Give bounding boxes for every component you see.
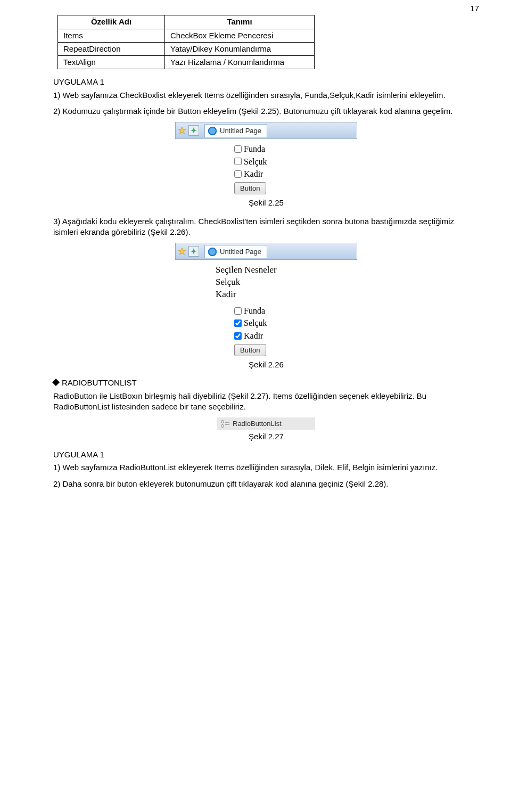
section-heading: UYGULAMA 1 [53,449,479,460]
list-item: Funda [234,305,298,317]
list-item: Kadir [234,168,298,180]
output-text: Seçilen Nesneler Selçuk Kadir [216,264,317,301]
paragraph: 1) Web sayfamıza CheckBoxlist ekleyerek … [53,90,479,101]
checkbox-label: Kadir [244,168,263,180]
browser-tab-bar: ✦ Untitled Page [175,122,357,139]
figure-caption: Şekil 2.26 [53,359,479,370]
browser-tab-label: Untitled Page [220,126,261,136]
svg-marker-0 [178,127,185,134]
radiobuttonlist-icon [221,420,229,428]
paragraph: RadioButton ile ListBoxın birleşmiş hali… [53,391,479,413]
ie-icon [208,127,217,135]
add-tab-icon: ✦ [188,125,199,136]
figure-caption: Şekil 2.27 [53,431,479,442]
output-line: Kadir [216,289,317,301]
browser-tab-bar: ✦ Untitled Page [175,243,357,260]
output-line: Seçilen Nesneler [216,264,317,276]
toolbox-item: RadioButtonList [217,417,315,430]
favorites-star-icon [178,126,186,135]
list-item: Selçuk [234,317,298,329]
list-item: Funda [234,143,298,155]
checkbox-item[interactable] [234,145,242,153]
checkbox-item[interactable] [234,332,242,340]
ie-icon [208,248,217,256]
section-heading: UYGULAMA 1 [53,77,479,87]
list-item: Selçuk [234,156,298,168]
table-cell: CheckBox Ekleme Penceresi [165,29,315,42]
svg-marker-1 [178,248,185,255]
browser-tab-label: Untitled Page [220,247,261,257]
checkbox-label: Kadir [244,330,263,342]
add-tab-icon: ✦ [188,246,199,257]
checkbox-label: Funda [244,305,265,317]
checkbox-label: Funda [244,143,265,155]
table-header: Tanımı [165,15,315,29]
toolbox-item-label: RadioButtonList [233,419,282,429]
table-header: Özellik Adı [58,15,165,29]
checkbox-label: Selçuk [244,156,267,168]
subsection-title: RADIOBUTTONLIST [62,378,137,388]
table-cell: RepeatDirection [58,42,165,55]
browser-tab: Untitled Page [204,245,267,258]
browser-tab: Untitled Page [204,124,267,137]
checkbox-list: Funda Selçuk Kadir Button [234,305,298,356]
paragraph: 1) Web sayfamıza RadioButtonList ekleyer… [53,462,479,473]
page-number: 17 [53,3,479,14]
list-item: Kadir [234,330,298,342]
table-cell: Yazı Hizalama / Konumlandırma [165,56,315,69]
checkbox-item[interactable] [234,170,242,178]
table-cell: Yatay/Dikey Konumlandırma [165,42,315,55]
checkbox-label: Selçuk [244,317,267,329]
button[interactable]: Button [234,182,266,195]
table-cell: Items [58,29,165,42]
checkbox-list: Funda Selçuk Kadir Button [234,143,298,194]
checkbox-item[interactable] [234,307,242,315]
output-line: Selçuk [216,276,317,289]
table-cell: TextAlign [58,56,165,69]
figure-caption: Şekil 2.25 [53,198,479,208]
button[interactable]: Button [234,344,266,357]
paragraph: 2) Daha sonra bir buton ekleyerek butonu… [53,479,479,489]
properties-table: Özellik Adı Tanımı Items CheckBox Ekleme… [57,15,315,69]
paragraph: 3) Aşağıdaki kodu ekleyerek çalıştıralım… [53,216,479,238]
paragraph: 2) Kodumuzu çalıştırmak içinde bir Butto… [53,106,479,117]
checkbox-item[interactable] [234,319,242,327]
subsection-heading: RADIOBUTTONLIST [53,378,479,388]
checkbox-item[interactable] [234,158,242,165]
favorites-star-icon [178,247,186,256]
diamond-bullet-icon [52,379,60,386]
